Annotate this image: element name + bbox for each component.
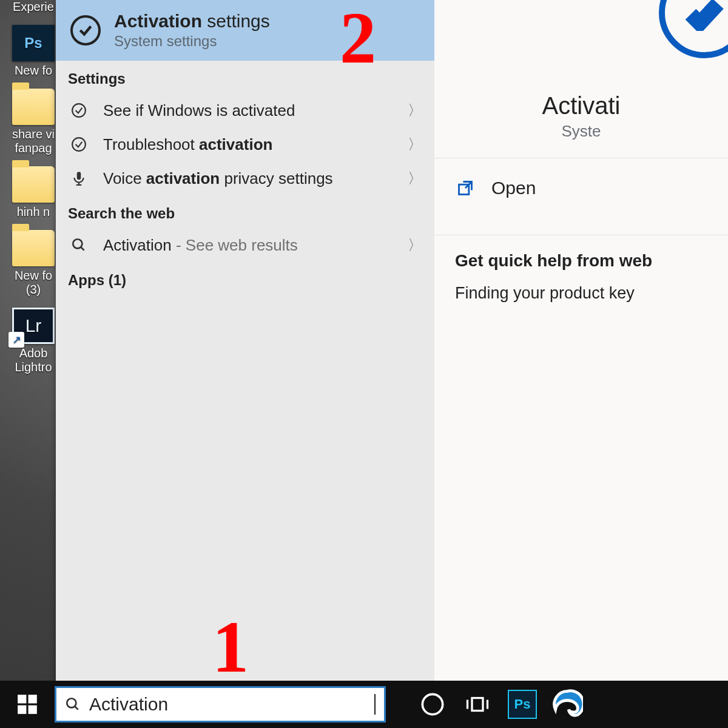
svg-rect-16 xyxy=(472,698,483,711)
taskbar-search-input[interactable]: Activation xyxy=(55,686,386,723)
search-query-text: Activation xyxy=(89,694,365,715)
taskbar: Activation Ps xyxy=(0,681,728,728)
search-icon xyxy=(65,696,81,712)
result-label: See if Windows is activated xyxy=(103,101,394,120)
microphone-icon xyxy=(68,170,90,186)
start-button[interactable] xyxy=(0,681,55,728)
svg-point-0 xyxy=(72,104,86,117)
help-header: Get quick help from web xyxy=(434,235,728,279)
section-header-web: Search the web xyxy=(56,195,434,228)
svg-rect-11 xyxy=(18,706,26,714)
help-link-product-key[interactable]: Finding your product key xyxy=(434,279,728,308)
result-see-if-activated[interactable]: See if Windows is activated 〉 xyxy=(56,93,434,127)
result-label: Voice activation privacy settings xyxy=(103,169,394,188)
result-label: Troubleshoot activation xyxy=(103,135,394,154)
cortana-button[interactable] xyxy=(410,681,455,728)
folder-icon xyxy=(12,166,55,203)
svg-line-6 xyxy=(81,247,84,250)
chevron-right-icon: 〉 xyxy=(408,169,422,188)
shortcut-arrow-icon: ↗ xyxy=(8,332,24,348)
svg-rect-2 xyxy=(77,172,81,180)
section-header-apps: Apps (1) xyxy=(56,262,434,295)
svg-point-5 xyxy=(73,239,82,248)
svg-point-13 xyxy=(67,698,76,707)
folder-icon xyxy=(12,89,55,125)
check-icon xyxy=(68,136,90,152)
photoshop-icon: Ps xyxy=(12,25,55,61)
svg-rect-9 xyxy=(18,695,26,703)
search-results-panel: Activation settings System settings Sett… xyxy=(56,0,434,692)
best-match-title: Activation settings xyxy=(114,11,270,32)
photoshop-icon: Ps xyxy=(508,690,537,719)
result-web-search[interactable]: Activation - See web results 〉 xyxy=(56,228,434,262)
check-icon xyxy=(68,103,90,118)
open-label: Open xyxy=(491,178,536,198)
task-view-button[interactable] xyxy=(455,681,500,728)
chevron-right-icon: 〉 xyxy=(408,135,422,154)
svg-line-14 xyxy=(75,706,78,709)
best-match-subtitle: System settings xyxy=(114,33,270,50)
checkmark-circle-icon xyxy=(659,0,728,58)
detail-title: Activati xyxy=(434,92,728,120)
best-match-result[interactable]: Activation settings System settings xyxy=(56,0,434,61)
open-button[interactable]: Open xyxy=(434,158,728,218)
result-detail-pane: Activati Syste Open Get quick help from … xyxy=(434,0,728,692)
taskbar-app-edge[interactable] xyxy=(545,681,590,728)
edge-icon xyxy=(551,689,583,720)
detail-subtitle: Syste xyxy=(434,122,728,141)
section-header-settings: Settings xyxy=(56,61,434,93)
chevron-right-icon: 〉 xyxy=(408,101,422,120)
open-icon xyxy=(455,180,476,197)
checkmark-circle-icon xyxy=(70,15,101,46)
svg-rect-10 xyxy=(29,695,37,703)
result-voice-activation-privacy[interactable]: Voice activation privacy settings 〉 xyxy=(56,161,434,195)
folder-icon xyxy=(12,230,55,266)
taskbar-app-photoshop[interactable]: Ps xyxy=(500,681,545,728)
svg-point-1 xyxy=(72,138,86,151)
svg-point-15 xyxy=(422,694,442,714)
result-troubleshoot-activation[interactable]: Troubleshoot activation 〉 xyxy=(56,127,434,161)
text-cursor xyxy=(374,694,376,715)
svg-rect-12 xyxy=(29,706,37,714)
chevron-right-icon: 〉 xyxy=(408,235,422,255)
result-label: Activation - See web results xyxy=(103,236,394,255)
search-icon xyxy=(68,237,90,253)
